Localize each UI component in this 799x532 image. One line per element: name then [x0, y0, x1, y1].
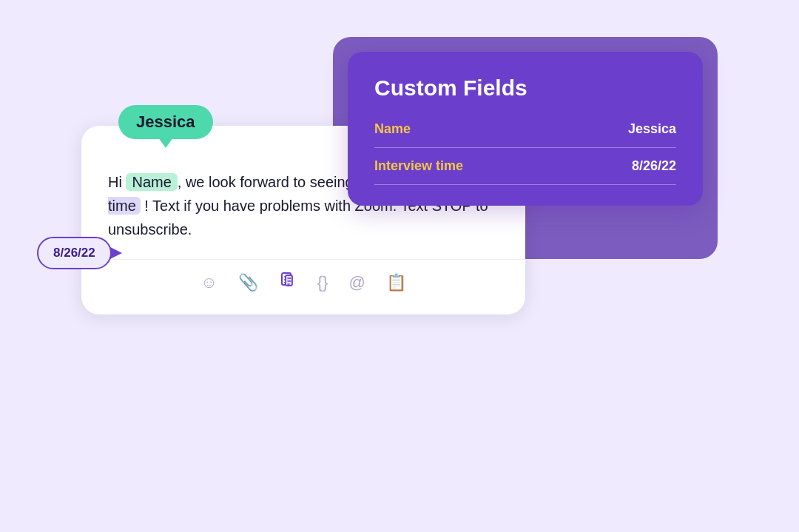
field-label-name: Name: [374, 121, 411, 137]
date-badge: 8/26/22: [37, 237, 112, 269]
field-value-name: Jessica: [628, 121, 676, 137]
braces-icon[interactable]: {}: [317, 273, 328, 292]
at-icon[interactable]: @: [348, 273, 365, 292]
custom-fields-title: Custom Fields: [374, 75, 676, 101]
custom-fields-card: Custom Fields Name Jessica Interview tim…: [348, 52, 703, 206]
field-label-interview: Interview time: [374, 158, 463, 174]
message-toolbar: ☺ 📎 {} @ 📋: [81, 259, 525, 300]
sender-name: Jessica: [136, 112, 195, 131]
document-icon[interactable]: [279, 272, 297, 294]
date-badge-text: 8/26/22: [53, 246, 95, 260]
emoji-icon[interactable]: ☺: [200, 273, 217, 292]
sender-bubble: Jessica: [118, 105, 213, 139]
field-value-interview: 8/26/22: [632, 158, 676, 174]
field-row-interview: Interview time 8/26/22: [374, 158, 676, 185]
clipboard-icon[interactable]: 📋: [386, 273, 406, 292]
scene: Custom Fields Name Jessica Interview tim…: [81, 37, 718, 496]
name-highlight: Name: [126, 173, 177, 191]
text-hi: Hi: [108, 174, 126, 190]
field-row-name: Name Jessica: [374, 121, 676, 148]
paperclip-icon[interactable]: 📎: [238, 273, 258, 292]
